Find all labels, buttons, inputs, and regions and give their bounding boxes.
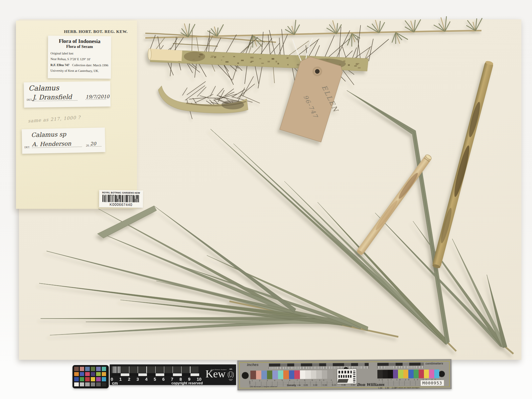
color-patch — [96, 372, 101, 376]
leaf — [47, 251, 301, 318]
fragment-marking — [221, 100, 244, 109]
royal-crest-icon — [227, 368, 235, 382]
sheath-fleck — [233, 56, 235, 57]
specimen-layer: ELLEN 96-747 — [0, 0, 532, 399]
sheath-fleck — [343, 61, 345, 62]
color-patch — [85, 372, 90, 376]
leaf — [86, 320, 334, 324]
color-patch — [80, 367, 84, 371]
sheath-fleck — [237, 63, 239, 64]
color-patch — [102, 377, 106, 381]
color-patch — [96, 382, 101, 387]
spine — [282, 29, 285, 58]
mm-stripes — [112, 366, 121, 373]
color-patch — [74, 382, 79, 387]
spine — [369, 39, 373, 61]
cm-blocks-bottom — [112, 373, 199, 376]
color-patch — [305, 370, 311, 379]
spine — [326, 39, 350, 60]
color-patch — [393, 370, 398, 378]
color-checker — [72, 365, 109, 388]
sheath-fleck — [297, 64, 300, 66]
color-patch — [424, 369, 429, 378]
spine — [245, 63, 247, 84]
cm-number: 2 — [128, 377, 130, 382]
color-patch — [382, 370, 388, 378]
checker-row — [74, 372, 109, 376]
sheath-fleck — [214, 57, 215, 58]
spine — [183, 88, 188, 95]
sheath-fleck — [241, 60, 244, 61]
resolution-bar — [269, 363, 369, 367]
checker-row — [74, 367, 109, 371]
density-values: 0.05 0.09 0.16 0.23 0.36 0.52 — [304, 384, 355, 386]
spine — [324, 35, 334, 59]
color-patch — [311, 370, 317, 379]
cm-blocks-top — [121, 366, 199, 373]
color-patch — [256, 371, 261, 379]
cane-pale — [356, 153, 433, 256]
registration-dot — [242, 372, 249, 379]
color-patch — [85, 367, 90, 371]
spine — [210, 86, 215, 96]
checker-row — [74, 382, 109, 387]
color-patch — [74, 377, 79, 381]
sheath-fleck — [221, 60, 222, 61]
color-patch — [261, 370, 267, 379]
color-patch — [80, 377, 84, 381]
sheath-fleck — [268, 61, 270, 62]
spine — [392, 33, 396, 43]
color-patch — [102, 382, 106, 387]
color-patch — [96, 377, 101, 381]
calibration-ruler: inches centimeters L*a*b* 1 2 3 4 5 6 7 … — [237, 359, 452, 390]
spine — [225, 92, 234, 96]
color-patch — [413, 370, 419, 378]
color-patch — [85, 377, 90, 381]
patch-row-left — [250, 370, 333, 379]
color-patch — [85, 382, 90, 387]
sheath-fleck — [358, 67, 360, 68]
color-patch — [377, 370, 383, 378]
cane-dark — [432, 60, 494, 269]
cm-ticks — [377, 366, 424, 369]
sheath-fleck — [193, 59, 195, 60]
color-patch — [289, 370, 295, 379]
leaf-fold — [97, 206, 157, 238]
color-patch — [272, 370, 278, 379]
color-patch — [80, 382, 84, 387]
color-patch — [322, 370, 328, 379]
cm-number: 5 — [154, 377, 156, 382]
sheath-fleck — [276, 61, 277, 63]
registration-dot — [439, 371, 445, 377]
cane-patch — [397, 171, 420, 200]
sheath-fleck — [199, 56, 200, 57]
spine — [248, 36, 253, 48]
sheath-fleck — [210, 57, 213, 58]
leaf-rachis — [447, 342, 456, 351]
averages-note: All values are batch averages — [395, 387, 419, 389]
resolution-bar — [377, 363, 424, 366]
spine — [258, 64, 263, 88]
inches-label: inches — [247, 363, 259, 367]
sheath-fleck — [250, 62, 252, 63]
spine — [237, 84, 255, 98]
leaflet-tufts — [181, 16, 482, 49]
color-patch — [250, 371, 256, 379]
color-patch — [316, 370, 322, 379]
color-patch — [74, 367, 79, 371]
illuminant-note: D50 illuminant, 2 degree observer — [250, 385, 277, 388]
cm-number: 1 — [119, 377, 122, 382]
spine — [339, 27, 341, 60]
spine — [245, 35, 252, 56]
sheath-fleck — [354, 66, 357, 66]
bent-leaf — [347, 90, 450, 345]
sheath-fleck — [261, 63, 264, 64]
spine — [187, 81, 206, 95]
density-label: Density⟶ — [287, 384, 301, 387]
spine — [268, 35, 270, 57]
cut-cane-end — [149, 49, 182, 61]
ruler-serial: M000953 — [421, 380, 444, 386]
color-patch — [429, 369, 434, 378]
spiny-fragment — [158, 76, 260, 119]
sheath-fleck — [327, 59, 328, 60]
